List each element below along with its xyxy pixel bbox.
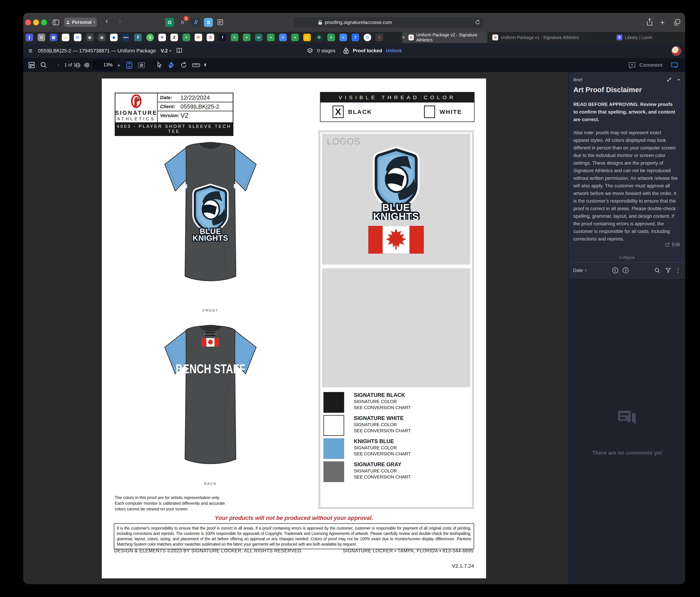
fav-gdrive[interactable]: ▲ bbox=[62, 34, 69, 41]
fav-signature-dark[interactable]: S bbox=[376, 34, 383, 41]
fav-slides[interactable]: ▢ bbox=[303, 34, 311, 41]
fav-dots-teal[interactable]: ⠿ bbox=[134, 34, 142, 41]
fav-g-dark[interactable]: G bbox=[315, 34, 323, 41]
menu-icon[interactable]: ≡ bbox=[28, 48, 32, 54]
product-name-bar: 4003 - PLAYER SHORT SLEEVE TECH TEE bbox=[116, 122, 233, 135]
fav-signature[interactable]: S bbox=[207, 34, 214, 41]
fav-gc[interactable]: GC bbox=[255, 34, 262, 41]
close-window-button[interactable] bbox=[25, 20, 31, 25]
stages-label[interactable]: 0 stages bbox=[317, 48, 335, 53]
close-tab-icon[interactable]: ✕ bbox=[402, 35, 405, 40]
fav-sheet[interactable]: + bbox=[327, 34, 335, 41]
collapse-chevron-icon[interactable] bbox=[676, 77, 681, 82]
address-bar[interactable]: proofing.signaturelacrosse.com bbox=[293, 17, 484, 28]
add-comment-icon[interactable] bbox=[628, 61, 636, 69]
select-cursor-icon[interactable] bbox=[156, 61, 163, 69]
edit-icon bbox=[665, 242, 670, 247]
comments-sort-bar: Date ↑ ⋮ bbox=[569, 263, 685, 278]
fav-app-blue[interactable]: ∥ bbox=[26, 34, 33, 41]
fav-gcal[interactable]: 31 bbox=[74, 34, 81, 41]
back-button[interactable]: ‹ bbox=[105, 17, 108, 25]
skype-extension-icon[interactable]: S bbox=[204, 18, 213, 27]
fav-sheet[interactable]: + bbox=[291, 34, 299, 41]
find-icon[interactable] bbox=[40, 61, 47, 69]
dark-extension-icon[interactable]: ⠿ bbox=[191, 18, 200, 27]
swatch-line2: SIGNATURE COLOR bbox=[354, 468, 411, 474]
document-canvas[interactable]: SIGNATURE ATHLETICS Date: 12/22/2024 Cli… bbox=[23, 72, 569, 584]
browser-chrome: Personal ▾ ‹ › Gh1⠿S proofing.signaturel… bbox=[23, 13, 685, 32]
new-tab-button[interactable]: + bbox=[660, 18, 665, 27]
grammarly-extension-icon[interactable]: G bbox=[165, 18, 174, 27]
search-comments-icon[interactable] bbox=[654, 267, 661, 274]
fav-sheet[interactable]: + bbox=[243, 34, 250, 41]
prev-comment-icon[interactable] bbox=[612, 267, 619, 274]
fav-hubspot[interactable]: ✱ bbox=[195, 34, 202, 41]
tab-loom-library[interactable]: ✕ ✳ Library | Loom bbox=[584, 32, 685, 43]
thread-color-checkbox: X bbox=[332, 106, 344, 118]
thread-color-option: WHITE bbox=[424, 106, 462, 118]
fav-g-gray[interactable]: G bbox=[38, 34, 45, 41]
thread-color-label: WHITE bbox=[440, 108, 462, 115]
user-avatar[interactable] bbox=[671, 46, 681, 56]
edit-button[interactable]: Edit bbox=[665, 242, 680, 247]
ruler-icon[interactable] bbox=[192, 63, 200, 68]
profile-switcher[interactable]: Personal ▾ bbox=[64, 18, 97, 27]
zoom-window-button[interactable] bbox=[41, 20, 47, 25]
minimize-window-button[interactable] bbox=[33, 20, 39, 25]
comment-button[interactable]: Comment bbox=[640, 62, 662, 68]
lock-icon bbox=[318, 20, 322, 25]
chat-panel-icon[interactable] bbox=[671, 61, 678, 69]
collapse-handle-label[interactable]: Collapse bbox=[569, 255, 685, 260]
pan-hand-icon[interactable] bbox=[168, 61, 175, 69]
page-footer-right: SIGNATURE LOCKER • TAMPA, FLORIDA • 813-… bbox=[343, 548, 474, 553]
fav-flower[interactable]: ✳ bbox=[158, 34, 166, 41]
reader-view-icon[interactable] bbox=[217, 19, 224, 26]
more-options-icon[interactable]: ⋮ bbox=[675, 267, 681, 274]
fav-google[interactable]: G bbox=[364, 34, 371, 41]
tab-uniform-v1[interactable]: ✕ S Uniform Package v1 - Signature Athle… bbox=[487, 32, 584, 43]
fav-zendesk[interactable]: Z bbox=[170, 34, 178, 41]
honey-extension-icon[interactable]: h1 bbox=[178, 18, 187, 27]
sort-by-date[interactable]: Date ↑ bbox=[573, 268, 587, 273]
share-icon[interactable] bbox=[646, 18, 653, 26]
marquee-zoom-icon[interactable] bbox=[138, 61, 145, 69]
thumbnails-icon[interactable] bbox=[28, 61, 35, 69]
fav-compass[interactable]: ◉ bbox=[86, 34, 94, 41]
contrast-icon[interactable]: ◐ bbox=[204, 60, 208, 68]
sidebar-intro-bold: READ BEFORE APPROVING. Review proofs to … bbox=[573, 101, 677, 123]
fav-docs[interactable]: ≡ bbox=[340, 34, 347, 41]
fav-compass[interactable]: ◉ bbox=[98, 34, 105, 41]
fav-usaa[interactable]: USAA bbox=[122, 34, 130, 41]
fav-sheet[interactable]: + bbox=[267, 34, 275, 41]
fav-sheet[interactable]: + bbox=[182, 34, 190, 41]
forward-button[interactable]: › bbox=[119, 17, 121, 25]
zoom-in-circle-button[interactable]: ⊕ bbox=[84, 61, 90, 69]
prev-page-button[interactable]: ‹ bbox=[57, 61, 59, 68]
fav-sheet[interactable]: + bbox=[231, 34, 239, 41]
fav-cash[interactable]: $ bbox=[146, 34, 154, 41]
fav-font-f[interactable]: f bbox=[219, 34, 226, 41]
next-comment-icon[interactable] bbox=[622, 267, 629, 274]
unlock-button[interactable]: Unlock bbox=[386, 48, 402, 53]
fav-cal-7[interactable]: 7 bbox=[352, 34, 359, 41]
fav-id-card[interactable]: ▤ bbox=[50, 34, 57, 41]
zoom-out-button[interactable]: ⊖ bbox=[75, 61, 81, 69]
document-title: 0559|LBK|25-2 — 17945738871 — Uniform Pa… bbox=[38, 48, 156, 54]
expand-icon[interactable] bbox=[667, 77, 672, 82]
book-view-icon[interactable] bbox=[176, 47, 182, 54]
sidebar-toggle-icon[interactable] bbox=[52, 19, 59, 26]
zoom-level-input[interactable]: 13% bbox=[93, 60, 116, 70]
swatch-line2: SIGNATURE COLOR bbox=[354, 422, 411, 427]
fav-chase[interactable]: ◆ bbox=[110, 34, 118, 41]
logos-label: LOGOS bbox=[327, 136, 360, 147]
fav-docs[interactable]: ≡ bbox=[279, 34, 287, 41]
filter-comments-icon[interactable] bbox=[665, 267, 671, 273]
fit-to-screen-icon[interactable] bbox=[125, 61, 133, 69]
rotate-icon[interactable] bbox=[180, 61, 188, 69]
tab-overview-icon[interactable] bbox=[673, 19, 681, 26]
tab-uniform-v2[interactable]: ✕ S Uniform Package v2 - Signature Athle… bbox=[402, 32, 487, 43]
swatch-name: SIGNATURE BLACK bbox=[354, 392, 411, 398]
version-selector[interactable]: V.2 ▾ bbox=[161, 48, 171, 54]
reload-icon[interactable] bbox=[475, 19, 481, 25]
zoom-dropdown-icon[interactable]: ▾ bbox=[118, 63, 120, 68]
